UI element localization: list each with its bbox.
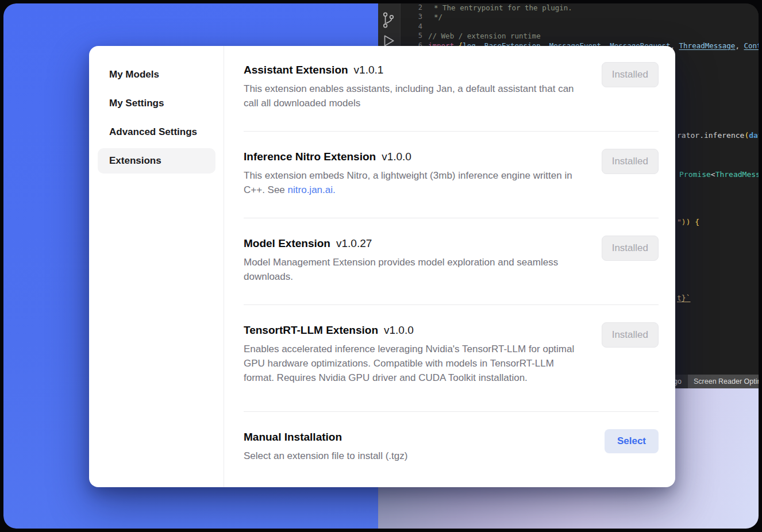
sidebar-item-my-settings[interactable]: My Settings	[98, 91, 215, 116]
screen-reader-status-item[interactable]: Screen Reader Optimized	[688, 375, 759, 388]
settings-sidebar: My Models My Settings Advanced Settings …	[89, 46, 224, 487]
extension-info: Model Extensionv1.0.27 Model Management …	[244, 236, 580, 284]
extension-name: Model Extension	[244, 237, 330, 249]
extension-info: Inference Nitro Extensionv1.0.0 This ext…	[244, 149, 580, 197]
extension-version: v1.0.27	[336, 237, 372, 249]
code-string: "	[677, 218, 682, 226]
sidebar-item-my-models[interactable]: My Models	[98, 62, 215, 87]
extension-row-assistant: Assistant Extensionv1.0.1 This extension…	[244, 62, 659, 132]
manual-installation-title: Manual Installation	[244, 429, 407, 445]
extension-version: v1.0.0	[382, 151, 411, 163]
code-variable: data	[749, 131, 759, 140]
code-snippet: t}`	[677, 294, 690, 303]
code-snippet: rator.inference(data));	[677, 131, 759, 140]
code-type: Promise	[679, 170, 711, 179]
code-type: ThreadMessage	[715, 170, 759, 179]
extension-description: Enables accelerated inference leveraging…	[244, 342, 580, 385]
manual-installation-row: Manual Installation Select an extension …	[244, 412, 659, 484]
sidebar-item-label: Advanced Settings	[109, 126, 197, 138]
sidebar-item-advanced-settings[interactable]: Advanced Settings	[98, 119, 215, 145]
extension-name: Manual Installation	[244, 431, 342, 443]
select-file-button[interactable]: Select	[605, 429, 659, 453]
installed-button[interactable]: Installed	[602, 322, 659, 348]
extension-title: Assistant Extensionv1.0.1	[244, 62, 580, 78]
extension-row-model: Model Extensionv1.0.27 Model Management …	[244, 218, 659, 305]
extension-name: Inference Nitro Extension	[244, 151, 376, 163]
line-number: 2	[409, 3, 422, 12]
code-angle: <	[711, 170, 715, 179]
extension-info: TensortRT-LLM Extensionv1.0.0 Enables ac…	[244, 322, 580, 385]
installed-button[interactable]: Installed	[602, 149, 659, 174]
code-function: inference	[704, 131, 744, 140]
code-line-comment: // Web / extension runtime	[428, 32, 541, 40]
code-brace: )) {	[682, 218, 699, 226]
screenshot-stage: 2 3 4 5 6 * The entrypoint for the plugi…	[0, 0, 762, 532]
extension-name: TensortRT-LLM Extension	[244, 324, 378, 336]
extension-info: Manual Installation Select an extension …	[244, 429, 407, 463]
extension-description: Model Management Extension provides mode…	[244, 255, 580, 284]
desktop-frame: 2 3 4 5 6 * The entrypoint for the plugi…	[3, 3, 759, 529]
line-number: 4	[409, 22, 422, 31]
extension-description: This extension enables assistants, inclu…	[244, 82, 580, 110]
installed-button[interactable]: Installed	[602, 236, 659, 261]
settings-modal: My Models My Settings Advanced Settings …	[89, 46, 675, 487]
nitro-jan-ai-link[interactable]: nitro.jan.ai.	[288, 184, 336, 195]
source-control-icon[interactable]	[381, 10, 396, 32]
extension-name: Assistant Extension	[244, 64, 348, 76]
extension-row-tensorrt-llm: TensortRT-LLM Extensionv1.0.0 Enables ac…	[244, 305, 659, 412]
line-number: 5	[409, 32, 422, 40]
code-snippet: Promise<ThreadMessage>	[679, 170, 759, 179]
code-comma: ,	[735, 41, 744, 50]
manual-installation-description: Select an extension file to install (.tg…	[244, 449, 407, 463]
code-identifier: ThreadMessage	[679, 41, 736, 50]
extension-info: Assistant Extensionv1.0.1 This extension…	[244, 62, 580, 110]
extension-title: TensortRT-LLM Extensionv1.0.0	[244, 322, 580, 338]
sidebar-item-label: My Settings	[109, 98, 164, 109]
code-snippet: ")) {	[677, 218, 699, 227]
code-line-comment: */	[434, 13, 442, 21]
sidebar-item-label: My Models	[109, 69, 159, 80]
extension-row-inference-nitro: Inference Nitro Extensionv1.0.0 This ext…	[244, 132, 659, 218]
extensions-list: Assistant Extensionv1.0.1 This extension…	[224, 46, 675, 487]
extension-version: v1.0.0	[384, 324, 414, 336]
extension-version: v1.0.1	[354, 64, 384, 76]
line-number: 3	[409, 13, 422, 21]
extension-title: Model Extensionv1.0.27	[244, 236, 580, 252]
code-text: rator.	[677, 131, 704, 140]
extension-title: Inference Nitro Extensionv1.0.0	[244, 149, 580, 165]
installed-button[interactable]: Installed	[602, 62, 659, 87]
sidebar-item-label: Extensions	[109, 155, 161, 167]
code-identifier: ContentType	[744, 41, 759, 50]
extension-description: This extension embeds Nitro, a lightweig…	[244, 168, 580, 197]
sidebar-item-extensions[interactable]: Extensions	[98, 148, 215, 174]
code-line-comment: * The entrypoint for the plugin.	[434, 3, 572, 12]
